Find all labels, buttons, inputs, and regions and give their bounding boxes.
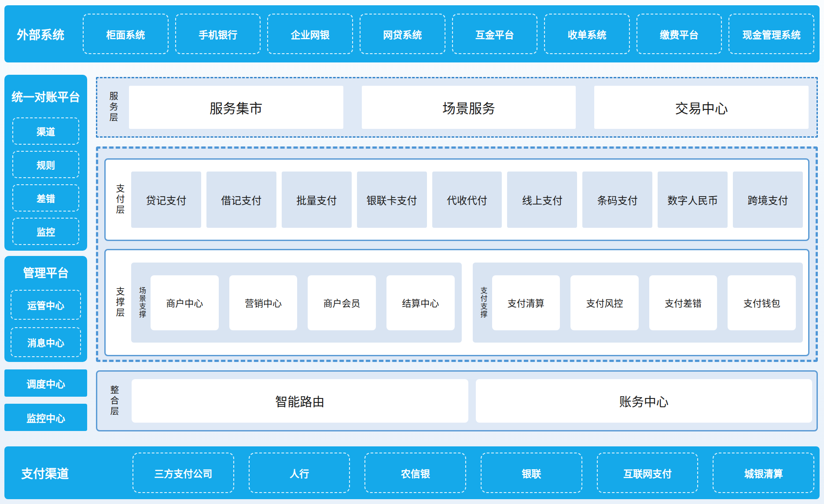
integration-tile: 账务中心 — [476, 379, 813, 423]
payment-channel-item: 城银清算 — [713, 453, 814, 493]
scene-support-tiles: 商户中心 营销中心 商户会员 结算中心 — [151, 275, 455, 330]
external-system-item: 互金平台 — [452, 14, 538, 54]
scene-support-tile: 商户会员 — [308, 275, 376, 330]
core-layers-container: 支付层 贷记支付 借记支付 批量支付 银联卡支付 代收代付 线上支付 条码支付 … — [96, 146, 818, 362]
payment-channel-item: 农信银 — [364, 453, 466, 493]
scene-support-tile: 商户中心 — [151, 275, 219, 330]
external-system-item: 收单系统 — [544, 14, 630, 54]
payment-layer-tiles: 贷记支付 借记支付 批量支付 银联卡支付 代收代付 线上支付 条码支付 数字人民… — [131, 172, 803, 228]
external-system-item: 柜面系统 — [83, 14, 169, 54]
external-systems-bar: 外部系统 柜面系统 手机银行 企业网银 网贷系统 互金平台 收单系统 缴费平台 … — [4, 5, 820, 62]
external-system-item: 缴费平台 — [636, 14, 722, 54]
reconciliation-platform-title: 统一对账平台 — [11, 88, 80, 104]
integration-layer-tiles: 智能路由 账务中心 — [132, 379, 812, 423]
payment-channels-list: 三方支付公司 人行 农信银 银联 互联网支付 城银清算 — [132, 453, 814, 493]
support-layer-panel: 支撑层 场景支撑 商户中心 营销中心 商户会员 结算中心 支付支撑 支付清算 支… — [104, 249, 809, 356]
external-system-item: 网贷系统 — [360, 14, 445, 54]
scene-support-tile: 营销中心 — [229, 275, 298, 330]
service-layer-label: 服务层 — [109, 91, 118, 123]
integration-tile: 智能路由 — [132, 379, 468, 423]
support-layer-groups: 场景支撑 商户中心 营销中心 商户会员 结算中心 支付支撑 支付清算 支付风控 … — [131, 263, 803, 343]
payment-channel-item: 人行 — [249, 453, 350, 493]
payment-layer-label: 支付层 — [115, 184, 124, 215]
payment-support-tile: 支付钱包 — [728, 275, 796, 330]
reconciliation-platform-panel: 统一对账平台 渠道 规则 差错 监控 — [4, 75, 87, 251]
reconciliation-item: 规则 — [12, 151, 79, 178]
payment-channels-bar: 支付渠道 三方支付公司 人行 农信银 银联 互联网支付 城银清算 — [4, 446, 820, 499]
payment-layer-panel: 支付层 贷记支付 借记支付 批量支付 银联卡支付 代收代付 线上支付 条码支付 … — [104, 158, 809, 241]
reconciliation-item: 监控 — [12, 218, 79, 245]
payment-support-label: 支付支撑 — [480, 287, 487, 318]
payment-tile: 数字人民币 — [658, 172, 728, 228]
service-tile: 服务集市 — [129, 86, 343, 129]
external-system-item: 企业网银 — [267, 14, 353, 54]
dispatch-center-box: 调度中心 — [4, 369, 87, 397]
service-tile: 场景服务 — [362, 86, 576, 129]
payment-support-tile: 支付清算 — [492, 275, 560, 330]
payment-support-tiles: 支付清算 支付风控 支付差错 支付钱包 — [492, 275, 796, 330]
scene-support-tile: 结算中心 — [386, 275, 455, 330]
payment-tile: 银联卡支付 — [357, 172, 427, 228]
integration-layer-label: 整合层 — [110, 385, 118, 417]
payment-tile: 代收代付 — [432, 172, 502, 228]
reconciliation-item: 差错 — [12, 184, 79, 212]
payment-tile: 借记支付 — [206, 172, 276, 228]
external-systems-title: 外部系统 — [17, 26, 83, 43]
payment-channel-item: 银联 — [481, 453, 582, 493]
payment-tile: 跨境支付 — [733, 172, 803, 228]
service-layer-panel: 服务层 服务集市 场景服务 交易中心 — [96, 77, 818, 138]
scene-support-label: 场景支撑 — [138, 287, 145, 318]
external-system-item: 现金管理系统 — [728, 14, 814, 54]
payment-tile: 条码支付 — [582, 172, 652, 228]
payment-support-tile: 支付风控 — [570, 275, 639, 330]
reconciliation-item: 渠道 — [12, 117, 79, 145]
payment-tile: 贷记支付 — [131, 172, 201, 228]
management-item: 运管中心 — [11, 290, 81, 320]
management-platform-panel: 管理平台 运管中心 消息中心 — [4, 256, 87, 362]
payment-tile: 线上支付 — [507, 172, 577, 228]
service-layer-tiles: 服务集市 场景服务 交易中心 — [129, 86, 809, 129]
scene-support-group: 场景支撑 商户中心 营销中心 商户会员 结算中心 — [131, 263, 462, 343]
service-tile: 交易中心 — [594, 86, 809, 129]
external-systems-list: 柜面系统 手机银行 企业网银 网贷系统 互金平台 收单系统 缴费平台 现金管理系… — [83, 14, 814, 54]
support-layer-label: 支撑层 — [115, 287, 124, 318]
integration-layer-panel: 整合层 智能路由 账务中心 — [96, 370, 818, 431]
external-system-item: 手机银行 — [175, 14, 261, 54]
payment-channel-item: 互联网支付 — [597, 453, 699, 493]
monitor-center-box: 监控中心 — [4, 404, 87, 431]
management-items: 运管中心 消息中心 — [4, 290, 87, 357]
payment-support-tile: 支付差错 — [649, 275, 717, 330]
payment-channel-item: 三方支付公司 — [132, 453, 234, 493]
management-item: 消息中心 — [11, 327, 81, 357]
management-platform-title: 管理平台 — [23, 264, 69, 280]
payment-tile: 批量支付 — [282, 172, 352, 228]
payment-support-group: 支付支撑 支付清算 支付风控 支付差错 支付钱包 — [473, 263, 803, 343]
reconciliation-items: 渠道 规则 差错 监控 — [4, 117, 87, 245]
payment-channels-title: 支付渠道 — [21, 464, 85, 482]
